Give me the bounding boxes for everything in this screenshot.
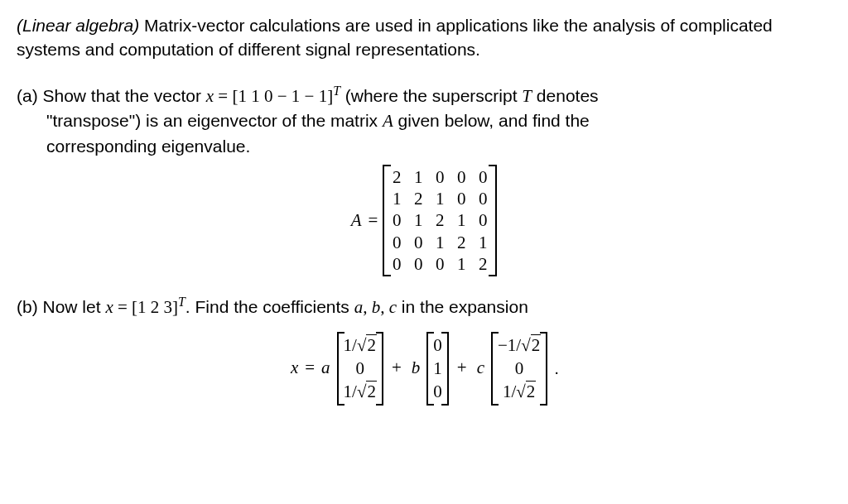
transpose-superscript: T — [333, 84, 340, 98]
T-var: T — [522, 86, 532, 106]
matrix-lhs: A — [351, 209, 362, 233]
part-a-line1-post2: denotes — [532, 86, 599, 105]
x-vector-entries: [1 2 3] — [132, 297, 178, 317]
matrix-row: 00012 — [391, 253, 489, 275]
part-a-line2: "transpose") is an eigenvector of the ma… — [46, 111, 383, 130]
subject-label: (Linear algebra) — [17, 16, 139, 35]
matrix-row: 01210 — [391, 209, 489, 231]
x-var: x — [105, 297, 113, 317]
matrix-A-var: A — [383, 111, 393, 131]
part-b-line1-pre: Now let — [38, 297, 106, 316]
part-b-line1-post: . Find the coefficients — [186, 297, 354, 316]
matrix-row: 21000 — [391, 166, 489, 188]
abc-vars: a, b, c — [354, 297, 397, 317]
plus-sign: + — [388, 356, 405, 380]
expansion-equation: x = a 1/√2 0 1/√2 + b 0 1 0 + c — [17, 332, 831, 406]
vector-x-var: x — [206, 86, 214, 106]
vector-x-entries: [1 1 0 − 1 − 1] — [232, 86, 333, 106]
part-b-label: (b) — [17, 297, 38, 316]
eq-sign: = — [214, 86, 232, 106]
matrix-body: 21000 12100 01210 00121 00012 — [383, 165, 497, 276]
eq-sign: = — [305, 356, 315, 380]
matrix-A-display: A = 21000 12100 01210 00121 00012 — [17, 165, 831, 276]
part-a-line2-post: given below, and find the — [393, 111, 590, 130]
coef-c: c — [475, 356, 486, 380]
basis-vector-1: 1/√2 0 1/√2 — [337, 332, 383, 406]
part-b-line1-post2: in the expansion — [397, 297, 528, 316]
part-a-line1-post: (where the superscript — [340, 86, 522, 105]
part-a: (a) Show that the vector x = [1 1 0 − 1 … — [17, 82, 831, 276]
intro-paragraph: (Linear algebra) Matrix-vector calculati… — [17, 13, 831, 62]
transpose-superscript: T — [178, 295, 186, 309]
coef-a: a — [320, 356, 332, 380]
basis-vector-2: 0 1 0 — [426, 332, 449, 406]
plus-sign: + — [454, 356, 470, 380]
expansion-lhs: x — [289, 356, 300, 380]
part-a-label: (a) — [17, 86, 38, 105]
eq-sign: = — [113, 297, 132, 317]
coef-b: b — [410, 356, 422, 380]
matrix-eq: = — [368, 209, 378, 233]
matrix-row: 12100 — [391, 188, 489, 209]
part-b: (b) Now let x = [1 2 3]T. Find the coeff… — [17, 293, 831, 405]
matrix-row: 00121 — [391, 232, 489, 253]
part-a-line1-pre: Show that the vector — [38, 86, 206, 105]
period: . — [554, 356, 559, 380]
basis-vector-3: −1/√2 0 1/√2 — [491, 332, 547, 406]
part-a-line3: corresponding eigenvalue. — [46, 137, 250, 156]
